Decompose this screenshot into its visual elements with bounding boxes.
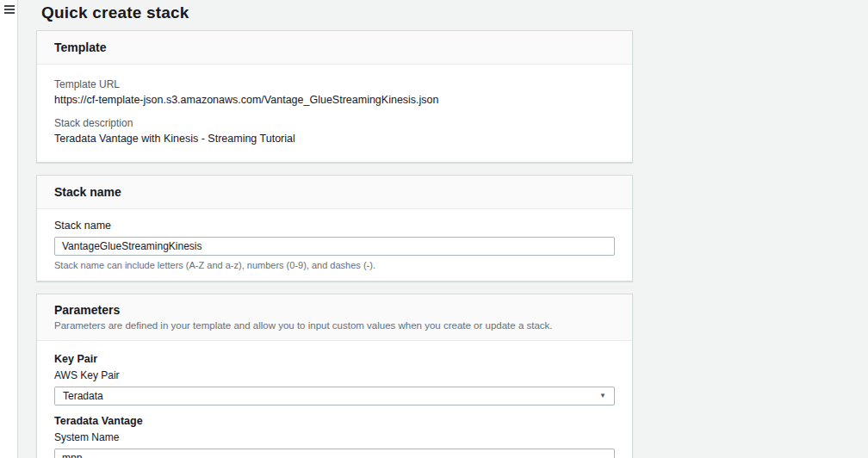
parameters-card-body: Key Pair AWS Key Pair Teradata ▼ Teradat…	[37, 341, 632, 458]
system-name-input[interactable]	[54, 449, 615, 458]
template-url-field: Template URL https://cf-template-json.s3…	[54, 78, 615, 106]
stack-description-field: Stack description Teradata Vantage with …	[54, 117, 615, 145]
teradata-vantage-group: Teradata Vantage System Name	[54, 415, 615, 458]
stack-name-helper-text: Stack name can include letters (A-Z and …	[54, 260, 615, 270]
parameters-card-title: Parameters	[54, 303, 615, 317]
aws-key-pair-label: AWS Key Pair	[54, 369, 615, 381]
side-nav-rail	[0, 0, 18, 458]
key-pair-group: Key Pair AWS Key Pair Teradata ▼	[54, 353, 615, 405]
template-card-title: Template	[54, 40, 615, 54]
stack-name-card-title: Stack name	[54, 185, 615, 199]
stack-name-card: Stack name Stack name Stack name can inc…	[36, 175, 633, 282]
hamburger-menu-icon[interactable]	[4, 5, 15, 14]
stack-name-input[interactable]	[54, 237, 615, 256]
key-pair-group-title: Key Pair	[54, 353, 615, 365]
aws-key-pair-select[interactable]: Teradata ▼	[54, 387, 615, 405]
stack-name-label: Stack name	[54, 220, 615, 232]
template-url-value: https://cf-template-json.s3.amazonaws.co…	[54, 94, 615, 106]
stack-name-card-header: Stack name	[37, 176, 632, 209]
chevron-down-icon: ▼	[599, 393, 606, 399]
stack-description-label: Stack description	[54, 117, 615, 129]
template-card-header: Template	[37, 31, 632, 65]
template-url-label: Template URL	[54, 78, 615, 90]
template-card-body: Template URL https://cf-template-json.s3…	[37, 65, 632, 162]
teradata-vantage-group-title: Teradata Vantage	[54, 415, 615, 427]
parameters-card: Parameters Parameters are defined in you…	[36, 294, 633, 458]
stack-description-value: Teradata Vantage with Kinesis - Streamin…	[54, 133, 615, 145]
stack-name-card-body: Stack name Stack name can include letter…	[37, 209, 632, 281]
aws-key-pair-selected-value: Teradata	[63, 390, 103, 402]
main-content: Quick create stack Template Template URL…	[36, 0, 633, 458]
parameters-card-description: Parameters are defined in your template …	[54, 320, 615, 331]
parameters-card-header: Parameters Parameters are defined in you…	[37, 294, 632, 341]
template-card: Template Template URL https://cf-templat…	[36, 30, 633, 163]
system-name-label: System Name	[54, 431, 615, 443]
page-title: Quick create stack	[41, 3, 633, 22]
